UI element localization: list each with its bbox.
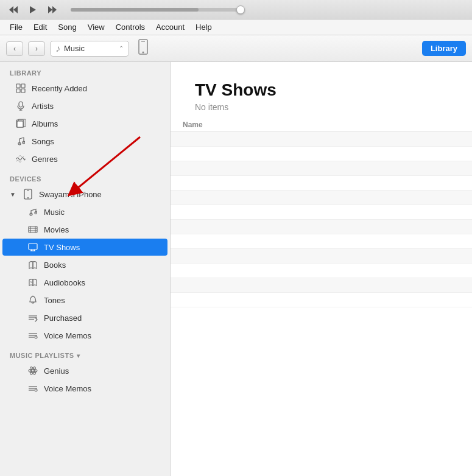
table-row xyxy=(171,264,472,278)
genius-label: Genius xyxy=(44,366,69,376)
atom-icon xyxy=(27,365,39,377)
table-header: Name xyxy=(171,118,472,132)
iphone-icon xyxy=(22,188,34,200)
music-icon xyxy=(27,206,39,218)
device-chevron-icon: ▼ xyxy=(10,191,16,198)
library-button[interactable]: Library xyxy=(422,41,466,56)
songs-label: Songs xyxy=(32,137,54,146)
menu-view[interactable]: View xyxy=(83,21,110,33)
table-row xyxy=(171,278,472,293)
table-row xyxy=(171,132,472,147)
source-selector[interactable]: ♪ Music ⌃ xyxy=(50,41,129,57)
svg-rect-10 xyxy=(16,89,20,93)
sidebar-item-voice-memos[interactable]: Voice Memos xyxy=(2,327,167,344)
sidebar-item-songs[interactable]: Songs xyxy=(2,133,167,150)
menu-file[interactable]: File xyxy=(5,21,27,33)
play-button[interactable] xyxy=(26,2,40,17)
table-col-name: Name xyxy=(183,121,460,129)
content-table: Name xyxy=(171,118,472,476)
grid-icon xyxy=(15,82,27,94)
table-row xyxy=(171,234,472,249)
devices-section-header: Devices xyxy=(0,168,170,185)
sidebar-item-artists[interactable]: Artists xyxy=(2,97,167,114)
table-row xyxy=(171,161,472,176)
recently-added-label: Recently Added xyxy=(32,84,87,93)
purchased-label: Purchased xyxy=(44,313,82,323)
device-icon xyxy=(136,39,150,58)
svg-rect-8 xyxy=(16,84,20,88)
svg-rect-9 xyxy=(21,84,25,88)
svg-marker-0 xyxy=(9,6,13,13)
svg-marker-4 xyxy=(52,6,57,13)
playlists-label: Music Playlists xyxy=(10,352,74,359)
menu-help[interactable]: Help xyxy=(191,21,217,33)
note-icon xyxy=(15,135,27,147)
sidebar-item-audiobooks[interactable]: Audiobooks xyxy=(2,274,167,291)
sidebar-item-iphone[interactable]: ▼ Swayam's iPhone xyxy=(2,186,167,203)
movies-label: Movies xyxy=(44,225,69,234)
voice-memo-icon xyxy=(27,329,39,341)
table-row xyxy=(171,220,472,234)
sidebar-item-genres[interactable]: Genres xyxy=(2,150,167,167)
tv-shows-label: TV Shows xyxy=(44,243,80,252)
main-content: TV Shows No items Name xyxy=(171,62,472,476)
music-label: Music xyxy=(44,208,65,217)
svg-point-43 xyxy=(35,336,37,338)
playlists-chevron-icon: ▾ xyxy=(77,352,80,359)
sidebar-item-books[interactable]: Books xyxy=(2,256,167,273)
svg-rect-11 xyxy=(21,89,25,93)
voice-memo-pl-icon xyxy=(27,382,39,394)
sidebar-item-tv-shows[interactable]: TV Shows xyxy=(2,239,167,256)
albums-label: Albums xyxy=(32,119,58,128)
tones-label: Tones xyxy=(44,296,65,305)
progress-bar[interactable] xyxy=(71,8,241,12)
library-section-header: Library xyxy=(0,62,170,79)
svg-point-44 xyxy=(32,369,34,372)
sidebar-item-purchased[interactable]: Purchased xyxy=(2,309,167,326)
svg-marker-1 xyxy=(13,6,18,13)
audiobooks-label: Audiobooks xyxy=(44,278,85,287)
sidebar-item-genius[interactable]: Genius xyxy=(2,362,167,379)
fast-forward-button[interactable] xyxy=(45,2,60,17)
monitor-icon xyxy=(27,241,39,253)
table-row xyxy=(171,147,472,161)
menu-controls[interactable]: Controls xyxy=(111,21,150,33)
svg-rect-12 xyxy=(19,102,23,107)
sidebar-item-music[interactable]: Music xyxy=(2,203,167,220)
table-row xyxy=(171,176,472,191)
svg-point-51 xyxy=(35,389,37,391)
playlists-section-header[interactable]: Music Playlists ▾ xyxy=(0,345,170,362)
device-name-label: Swayam's iPhone xyxy=(39,190,102,199)
books-icon xyxy=(27,259,39,271)
table-row xyxy=(171,205,472,220)
sidebar-item-voice-memos-pl[interactable]: Voice Memos xyxy=(2,380,167,397)
menu-account[interactable]: Account xyxy=(151,21,189,33)
content-title: TV Shows xyxy=(195,80,448,100)
svg-point-6 xyxy=(143,51,144,53)
books-label: Books xyxy=(44,261,66,270)
back-button[interactable]: ‹ xyxy=(6,41,23,56)
bell-icon xyxy=(27,294,39,306)
main-layout: Library Recently Added xyxy=(0,62,472,476)
sidebar-item-recently-added[interactable]: Recently Added xyxy=(2,80,167,97)
voice-memos-label: Voice Memos xyxy=(44,331,91,340)
menu-song[interactable]: Song xyxy=(53,21,81,33)
content-subtitle: No items xyxy=(195,102,448,112)
waves-icon xyxy=(15,153,27,165)
mic-icon xyxy=(15,100,27,112)
source-label: Music xyxy=(64,44,85,53)
sidebar-item-movies[interactable]: Movies xyxy=(2,221,167,238)
sidebar: Library Recently Added xyxy=(0,62,171,476)
sidebar-item-albums[interactable]: Albums xyxy=(2,115,167,132)
table-row xyxy=(171,249,472,264)
sidebar-item-tones[interactable]: Tones xyxy=(2,292,167,309)
forward-button[interactable]: › xyxy=(28,41,45,56)
rewind-button[interactable] xyxy=(6,2,21,17)
svg-marker-2 xyxy=(30,6,36,13)
toolbar: ‹ › ♪ Music ⌃ Library xyxy=(0,35,472,62)
genres-label: Genres xyxy=(32,155,58,164)
menu-edit[interactable]: Edit xyxy=(29,21,52,33)
svg-rect-32 xyxy=(29,243,37,250)
device-parent-container: ▼ Swayam's iPhone xyxy=(0,186,170,203)
music-note-icon: ♪ xyxy=(55,43,60,54)
